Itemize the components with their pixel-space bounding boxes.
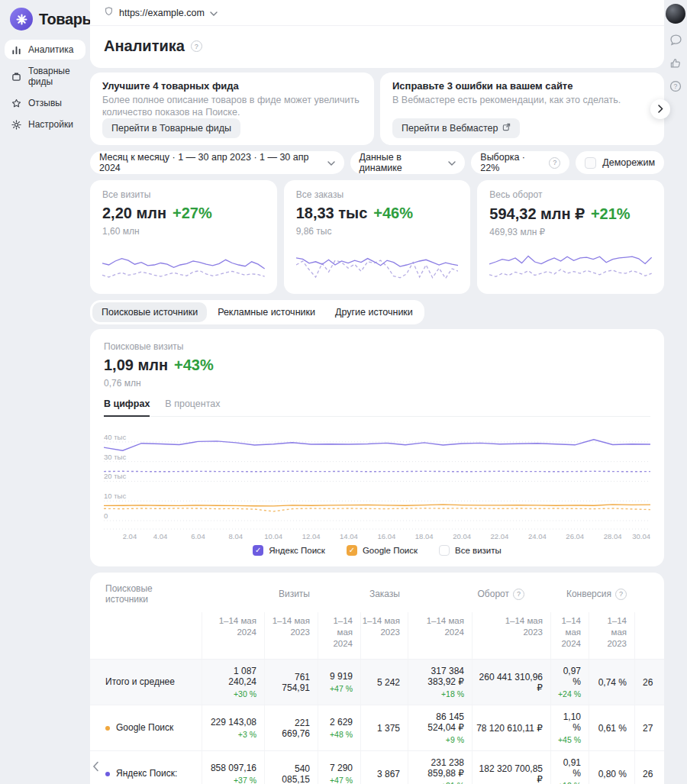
legend-item[interactable]: Все визиты [439, 545, 502, 556]
sidebar-item-settings[interactable]: Настройки [5, 115, 85, 134]
svg-text:16.04: 16.04 [377, 532, 395, 540]
delta-value: +18 % [441, 689, 464, 699]
delta-value: +37 % [234, 776, 256, 784]
chart-view-tabs: В цифрах В процентах [104, 398, 650, 417]
search-visits-line-chart: 40 тыс30 тыс20 тыс10 тыс02.044.046.048.0… [104, 424, 650, 540]
cell-conv_prev: 0,61 % [589, 705, 634, 750]
bar-chart-icon [11, 44, 22, 55]
cell-visits_cur: 1 087 240,24+30 % [202, 660, 264, 705]
site-url: https://example.com [119, 8, 205, 18]
brand-logo[interactable]: Товары [0, 0, 90, 40]
period-cell: 1–14 мая2023 [360, 612, 408, 659]
cell-orders_cur: 9 919+47 % [318, 660, 360, 705]
thumbs-up-icon[interactable] [669, 56, 682, 70]
metric-prev-value: 469,93 млн ₽ [489, 227, 652, 237]
svg-text:24.04: 24.04 [528, 532, 547, 540]
demo-mode-checkbox[interactable] [585, 157, 596, 169]
svg-text:10.04: 10.04 [264, 532, 282, 540]
user-avatar[interactable] [666, 4, 685, 24]
checked-checkbox-icon[interactable]: ✓ [347, 545, 357, 556]
carousel-next-button[interactable] [650, 99, 670, 119]
period-cell: 1–14 мая2024 [318, 612, 360, 659]
metric-card-orders[interactable]: Все заказы 18,33 тыс +46% 9,86 тыс [284, 180, 471, 294]
metric-label: Все заказы [296, 189, 459, 200]
tab-in-percent[interactable]: В процентах [165, 398, 220, 416]
metric-value: 594,32 млн ₽ [489, 205, 585, 223]
metric-card-visits[interactable]: Все визиты 2,20 млн +27% 1,60 млн [90, 180, 277, 294]
legend-item[interactable]: ✓Google Поиск [347, 545, 418, 556]
demo-mode-label: Деморежим [602, 157, 655, 168]
chat-icon[interactable] [669, 33, 683, 47]
go-to-webmaster-button[interactable]: Перейти в Вебмастер [392, 118, 520, 138]
cell-visits_prev: 221 669,76 [264, 705, 318, 750]
cell-visits_cur: 229 143,08+3 % [202, 705, 264, 750]
svg-text:40 тыс: 40 тыс [104, 433, 126, 441]
metric-value: 18,33 тыс [296, 205, 368, 222]
period-cell: 1–14 мая2024 [408, 612, 472, 659]
unchecked-checkbox-icon[interactable] [439, 545, 450, 556]
notification-card-feeds: Улучшите 4 товарных фида Более полное оп… [90, 73, 374, 145]
delta-value: +30 % [234, 689, 256, 699]
sidebar: Товары Аналитика Товарные фиды Отзывы На… [0, 0, 90, 784]
sidebar-item-analytics[interactable]: Аналитика [5, 40, 85, 60]
demo-mode-toggle[interactable]: Деморежим [576, 151, 664, 174]
metric-delta: +46% [373, 205, 413, 222]
help-icon[interactable]: ? [669, 79, 682, 93]
tab-ad-sources[interactable]: Рекламные источники [208, 302, 324, 322]
gear-icon [11, 119, 22, 130]
period-cell [634, 612, 664, 659]
go-to-feeds-button[interactable]: Перейти в Товарные фиды [102, 118, 240, 138]
sample-filter[interactable]: Выборка · 22% ? [471, 151, 569, 174]
period-filter[interactable]: Месяц к месяцу · 1 — 30 апр 2023 · 1 — 3… [90, 151, 344, 174]
notification-carousel: Улучшите 4 товарных фида Более полное оп… [90, 73, 664, 145]
chart-legend: ✓Яндекс Поиск✓Google ПоискВсе визиты [104, 545, 650, 559]
question-circle-icon[interactable]: ? [615, 589, 627, 600]
tab-other-sources[interactable]: Другие источники [326, 302, 422, 322]
question-circle-icon[interactable]: ? [549, 157, 560, 169]
scroll-left-chevron[interactable] [92, 761, 99, 775]
sources-table: Поисковые источники Визиты Заказы Оборот… [90, 573, 664, 784]
svg-text:10 тыс: 10 тыс [104, 492, 126, 500]
svg-text:22.04: 22.04 [491, 532, 509, 540]
feeds-icon [11, 71, 22, 82]
metric-label: Все визиты [102, 189, 265, 200]
site-selector[interactable]: https://example.com [90, 0, 664, 26]
question-circle-icon[interactable]: ? [191, 40, 202, 52]
legend-label: Яндекс Поиск [269, 546, 325, 555]
chart-metric-label: Поисковые визиты [104, 341, 650, 352]
table-row: Google Поиск229 143,08+3 %221 669,762 62… [90, 705, 664, 750]
cell-conv_cur: 0,97 %+24 % [550, 660, 589, 705]
sidebar-item-label: Настройки [28, 119, 73, 130]
table-row: Итого и среднее1 087 240,24+30 %761 754,… [90, 660, 664, 705]
legend-item[interactable]: ✓Яндекс Поиск [253, 545, 325, 556]
sidebar-item-reviews[interactable]: Отзывы [5, 93, 85, 113]
question-circle-icon[interactable]: ? [513, 589, 524, 600]
tab-search-sources[interactable]: Поисковые источники [92, 302, 207, 322]
shield-icon [104, 6, 114, 19]
row-name-cell: Итого и среднее [90, 660, 202, 705]
legend-label: Google Поиск [363, 546, 418, 555]
metric-prev-value: 1,60 млн [102, 226, 265, 237]
cell-rev_cur: 231 238 859,88 ₽+21 % [408, 751, 472, 784]
delta-value: +3 % [238, 730, 256, 739]
group-header-visits: Визиты [202, 574, 318, 612]
checked-checkbox-icon[interactable]: ✓ [253, 545, 263, 556]
svg-text:14.04: 14.04 [340, 532, 358, 540]
right-rail: ? [664, 0, 687, 93]
row-name-cell: Яндекс Поиск: [90, 751, 202, 784]
chevron-down-icon [210, 8, 218, 18]
row-name: Google Поиск [116, 722, 173, 734]
chevron-down-icon [327, 157, 335, 168]
cell-extra: 27 [634, 705, 664, 750]
top-card: https://example.com Аналитика ? [90, 0, 664, 68]
delta-value: +24 % [558, 689, 581, 699]
delta-value: +47 % [330, 776, 353, 784]
metric-card-revenue[interactable]: Весь оборот 594,32 млн ₽ +21% 469,93 млн… [477, 180, 664, 294]
notification-description: В Вебмастере есть рекомендации, как это … [392, 94, 652, 106]
star-icon [11, 98, 22, 108]
data-mode-filter[interactable]: Данные в динамике [350, 151, 466, 174]
row-name: Итого и среднее [105, 676, 175, 688]
sidebar-item-feeds[interactable]: Товарные фиды [5, 61, 85, 92]
notification-title: Улучшите 4 товарных фида [102, 80, 362, 92]
tab-in-numbers[interactable]: В цифрах [104, 398, 150, 417]
